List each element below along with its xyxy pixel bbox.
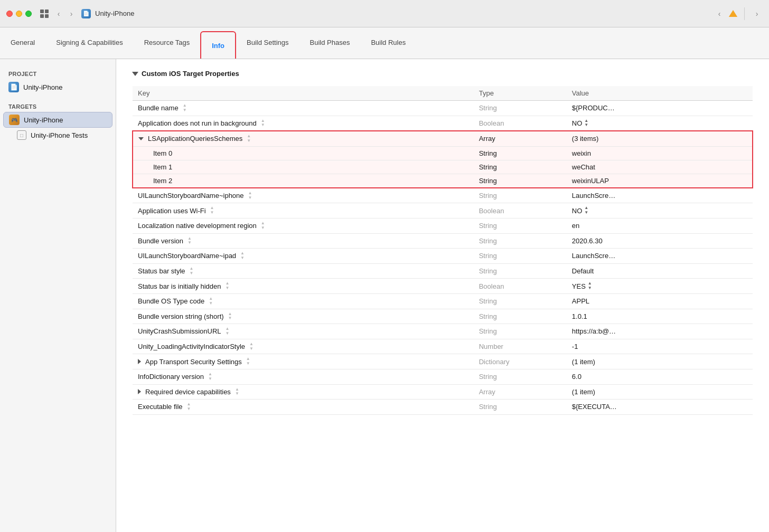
sidebar-project-item[interactable]: 📄 Unity-iPhone bbox=[0, 79, 116, 95]
close-button[interactable] bbox=[6, 11, 13, 17]
tab-general[interactable]: General bbox=[0, 27, 45, 59]
type-cell: String bbox=[474, 369, 567, 384]
sort-arrows-icon[interactable]: ▲▼ bbox=[187, 236, 192, 246]
title-bar-right: ‹ › bbox=[714, 7, 763, 20]
sort-arrows-icon[interactable]: ▲▼ bbox=[190, 267, 194, 276]
value-text: ${PRODUC… bbox=[572, 104, 615, 112]
sort-arrows-icon[interactable]: ▲▼ bbox=[183, 103, 187, 113]
value-stepper-icon[interactable]: ▲▼ bbox=[588, 281, 592, 291]
table-row: App Transport Security Settings▲▼Diction… bbox=[133, 354, 753, 369]
table-row: Bundle OS Type code▲▼StringAPPL bbox=[133, 293, 753, 309]
key-text: Application does not run in background bbox=[138, 119, 257, 127]
type-cell: String bbox=[474, 400, 567, 415]
sort-arrows-icon[interactable]: ▲▼ bbox=[248, 191, 252, 201]
tab-build-settings[interactable]: Build Settings bbox=[236, 27, 299, 59]
tab-signing[interactable]: Signing & Capabilities bbox=[45, 27, 133, 59]
value-stepper-icon[interactable]: ▲▼ bbox=[584, 119, 588, 128]
sort-arrows-icon[interactable]: ▲▼ bbox=[187, 402, 191, 412]
sort-arrows-icon[interactable]: ▲▼ bbox=[208, 372, 212, 382]
sidebar: PROJECT 📄 Unity-iPhone TARGETS 🎮 Unity-i… bbox=[0, 59, 116, 532]
key-text: Bundle name bbox=[138, 104, 179, 112]
key-text: Item 2 bbox=[153, 177, 172, 185]
expand-triangle-icon[interactable] bbox=[138, 389, 141, 394]
value-cell: 1.0.1 bbox=[567, 309, 753, 324]
main-layout: PROJECT 📄 Unity-iPhone TARGETS 🎮 Unity-i… bbox=[0, 59, 769, 532]
sort-arrows-icon[interactable]: ▲▼ bbox=[235, 387, 239, 397]
forward-button[interactable]: › bbox=[65, 8, 77, 20]
key-cell: Status bar style▲▼ bbox=[133, 263, 474, 279]
test-icon: □ bbox=[17, 130, 26, 140]
sidebar-target-unity-iphone[interactable]: 🎮 Unity-iPhone bbox=[3, 112, 112, 128]
key-cell: Bundle name▲▼ bbox=[133, 101, 474, 116]
sort-arrows-icon[interactable]: ▲▼ bbox=[210, 206, 214, 215]
type-cell: String bbox=[474, 101, 567, 116]
sort-arrows-icon[interactable]: ▲▼ bbox=[246, 357, 250, 366]
table-row: Application uses Wi-Fi▲▼BooleanNO▲▼ bbox=[133, 203, 753, 218]
key-text: UILaunchStoryboardName~ipad bbox=[138, 252, 236, 260]
col-type: Type bbox=[474, 86, 567, 101]
expand-triangle-icon[interactable] bbox=[138, 359, 141, 364]
key-text: Status bar style bbox=[138, 267, 185, 275]
value-cell: -1 bbox=[567, 339, 753, 354]
key-cell: Item 1 bbox=[133, 160, 474, 174]
table-row: Status bar style▲▼StringDefault bbox=[133, 263, 753, 279]
value-cell: YES▲▼ bbox=[567, 279, 753, 294]
value-text: 1.0.1 bbox=[572, 312, 587, 320]
collapse-triangle-icon[interactable] bbox=[138, 137, 144, 140]
tab-resource-tags[interactable]: Resource Tags bbox=[134, 27, 200, 59]
tab-build-rules[interactable]: Build Rules bbox=[360, 27, 416, 59]
forward-history-button[interactable]: › bbox=[751, 8, 763, 20]
value-text: 2020.6.30 bbox=[572, 237, 603, 245]
value-cell: ${PRODUC… bbox=[567, 101, 753, 116]
key-text: InfoDictionary version bbox=[138, 373, 204, 381]
sort-arrows-icon[interactable]: ▲▼ bbox=[261, 119, 265, 128]
key-cell: UILaunchStoryboardName~iphone▲▼ bbox=[133, 188, 474, 203]
type-cell: String bbox=[474, 309, 567, 324]
sort-arrows-icon[interactable]: ▲▼ bbox=[247, 134, 251, 144]
sort-arrows-icon[interactable]: ▲▼ bbox=[249, 342, 254, 352]
value-cell: https://a:b@… bbox=[567, 324, 753, 339]
back-button[interactable]: ‹ bbox=[53, 8, 64, 20]
table-row: Unity_LoadingActivityIndicatorStyle▲▼Num… bbox=[133, 339, 753, 354]
sort-arrows-icon[interactable]: ▲▼ bbox=[228, 312, 232, 321]
sort-arrows-icon[interactable]: ▲▼ bbox=[261, 221, 265, 231]
target-icon: 🎮 bbox=[9, 115, 20, 125]
value-cell: (1 item) bbox=[567, 384, 753, 400]
key-cell: Bundle OS Type code▲▼ bbox=[133, 293, 474, 309]
key-cell: Executable file▲▼ bbox=[133, 400, 474, 415]
value-cell: LaunchScre… bbox=[567, 249, 753, 264]
key-text: UnityCrashSubmissionURL bbox=[138, 327, 221, 335]
key-text: LSApplicationQueriesSchemes bbox=[148, 135, 242, 142]
tab-build-phases[interactable]: Build Phases bbox=[299, 27, 361, 59]
value-text: NO bbox=[572, 207, 583, 215]
minimize-button[interactable] bbox=[16, 11, 22, 17]
type-cell: Boolean bbox=[474, 279, 567, 294]
project-section-label: PROJECT bbox=[0, 68, 116, 79]
target-name: Unity-iPhone bbox=[24, 116, 63, 124]
value-text: LaunchScre… bbox=[572, 192, 615, 200]
type-cell: Array bbox=[474, 131, 567, 146]
table-row: Bundle version▲▼String2020.6.30 bbox=[133, 233, 753, 249]
type-cell: Array bbox=[474, 384, 567, 400]
value-stepper-icon[interactable]: ▲▼ bbox=[584, 206, 588, 215]
section-expand-triangle[interactable] bbox=[132, 72, 138, 76]
type-cell: Boolean bbox=[474, 203, 567, 218]
value-text: weixin bbox=[572, 149, 591, 157]
table-row: Executable file▲▼String${EXECUTA… bbox=[133, 400, 753, 415]
value-text: ${EXECUTA… bbox=[572, 403, 617, 411]
sort-arrows-icon[interactable]: ▲▼ bbox=[240, 251, 245, 261]
window-title: Unity-iPhone bbox=[95, 10, 709, 17]
table-row: Required device capabilities▲▼Array(1 it… bbox=[133, 384, 753, 400]
value-text: NO bbox=[572, 119, 583, 127]
sort-arrows-icon[interactable]: ▲▼ bbox=[226, 327, 230, 336]
tab-info[interactable]: Info bbox=[200, 31, 236, 59]
table-row: Localization native development region▲▼… bbox=[133, 218, 753, 233]
sidebar-target-tests[interactable]: □ Unity-iPhone Tests bbox=[8, 128, 116, 142]
back-history-button[interactable]: ‹ bbox=[714, 8, 725, 20]
key-cell: Bundle version▲▼ bbox=[133, 233, 474, 249]
sort-arrows-icon[interactable]: ▲▼ bbox=[226, 281, 230, 291]
value-cell: APPL bbox=[567, 293, 753, 309]
type-cell: String bbox=[474, 293, 567, 309]
sort-arrows-icon[interactable]: ▲▼ bbox=[209, 297, 213, 306]
maximize-button[interactable] bbox=[25, 11, 32, 17]
